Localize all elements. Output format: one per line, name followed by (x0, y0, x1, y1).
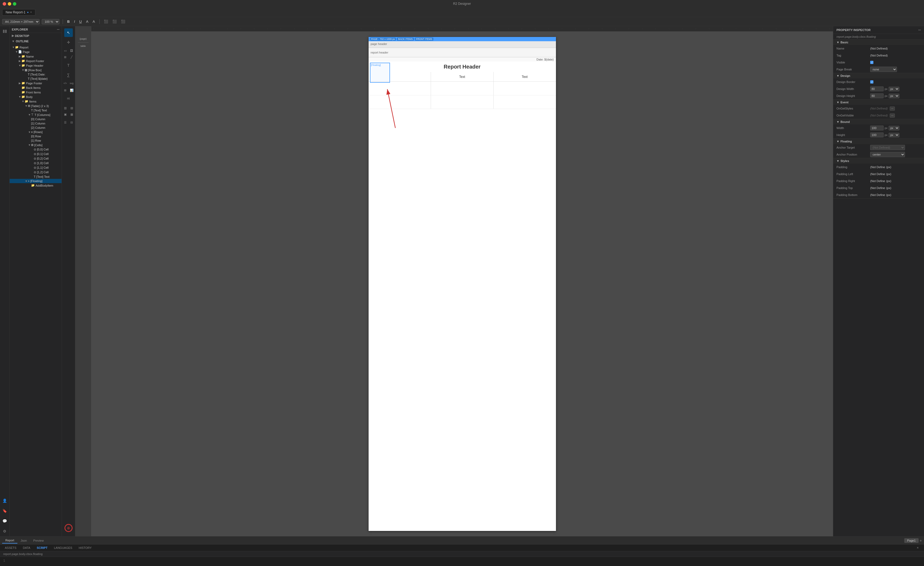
tree-item-report-footer[interactable]: ▶ 📁 Report Footer (10, 59, 62, 63)
zoom-select[interactable]: 100 % (42, 19, 59, 24)
html-tool[interactable]: </> (62, 80, 68, 86)
tree-item-cell-12[interactable]: ⊙ [1,2] Cell (10, 170, 62, 174)
design-border-checkbox[interactable]: ✓ (870, 80, 873, 84)
distribute-tool[interactable]: ▤ (69, 105, 75, 111)
add-tool[interactable]: ✛ (64, 38, 73, 47)
active-tab[interactable]: New Report-1 ● × (2, 9, 35, 15)
tree-item-col-0[interactable]: [0] Column (10, 117, 62, 121)
report-tab[interactable]: Report (2, 537, 17, 543)
table-cell-02[interactable]: Text (494, 72, 556, 81)
tree-item-floating[interactable]: ▼ + [Floating] (10, 179, 62, 183)
design-width-unit-select[interactable]: px (889, 87, 899, 91)
group-tool[interactable]: ▦ (69, 111, 75, 117)
underline-button[interactable]: U (78, 19, 83, 24)
hi-tool[interactable]: HI (64, 94, 73, 103)
property-inspector-menu[interactable]: ··· (918, 29, 921, 32)
image-tool[interactable]: 🖼 (69, 48, 75, 54)
tree-item-text-date[interactable]: ▶ T [Text] Date: (10, 72, 62, 77)
design-width-input[interactable] (870, 87, 884, 91)
settings-icon[interactable]: ⚙ (2, 528, 8, 534)
page-break-select[interactable]: none (870, 67, 897, 72)
tree-item-items[interactable]: ▼ 📁 Items (10, 99, 62, 104)
floating-section-header[interactable]: ▼ Floating (833, 139, 924, 144)
tree-item-row-1[interactable]: [1] Row (10, 138, 62, 143)
italic-button[interactable]: I (73, 19, 76, 24)
align-right-button[interactable]: ⬛ (120, 19, 126, 24)
tree-item-page[interactable]: ▼ 📄 Page (10, 50, 62, 54)
history-tab[interactable]: HISTORY (77, 546, 93, 550)
desktop-section[interactable]: ▶ DESKTOP (10, 33, 62, 39)
table-data-cell-02[interactable] (494, 82, 556, 95)
design-section-header[interactable]: ▼ Design (833, 73, 924, 78)
width-input[interactable] (870, 126, 884, 131)
tree-item-page-footer[interactable]: ▶ 📁 Page Footer (10, 81, 62, 86)
chat-icon[interactable]: 💬 (2, 518, 8, 524)
styles-section-header[interactable]: ▼ Styles (833, 158, 924, 164)
assets-tab[interactable]: ASSETS (3, 546, 18, 550)
list-tool[interactable]: ☰ (62, 119, 68, 125)
table-data-cell-11[interactable] (431, 95, 494, 109)
bookmark-icon[interactable]: 🔖 (2, 508, 8, 514)
table-data-cell-00[interactable] (369, 82, 431, 95)
script-tab[interactable]: SCRIPT (35, 546, 49, 550)
tree-item-text-text[interactable]: ▶ T [Text] Text (10, 108, 62, 113)
on-get-visible-btn[interactable]: ··· (890, 114, 894, 117)
tree-item-front-items[interactable]: ▶ 📁 Front Items (10, 90, 62, 95)
svg-tool[interactable]: svg (69, 80, 75, 86)
design-height-input[interactable] (870, 93, 884, 98)
tree-item-text-text2[interactable]: T [Text] Text (10, 174, 62, 179)
tree-item-page-header[interactable]: ▼ 📁 Page Header (10, 63, 62, 68)
align-center-button[interactable]: ⬛ (111, 19, 118, 24)
height-input[interactable] (870, 132, 884, 137)
tree-item-report[interactable]: ▼ 📁 Report (10, 45, 62, 50)
explorer-menu-icon[interactable]: ··· (57, 28, 59, 31)
tree-item-col-1[interactable]: [1] Column (10, 121, 62, 126)
chart-tool[interactable]: 📊 (69, 87, 75, 93)
add-page-btn[interactable]: + (920, 538, 922, 543)
tab-close-icon[interactable]: × (30, 11, 32, 14)
on-get-styles-btn[interactable]: ··· (890, 107, 894, 111)
tree-item-cell-02[interactable]: ⊙ [0,2] Cell (10, 156, 62, 161)
basic-section-header[interactable]: ▼ Basic (833, 40, 924, 45)
tree-item-columns[interactable]: ▼ ⊤ T [Columns] (10, 113, 62, 117)
tree-item-body[interactable]: ▼ 📁 Body (10, 95, 62, 99)
anchor-position-select[interactable]: center (870, 152, 905, 157)
visible-checkbox[interactable]: ✓ (870, 61, 873, 64)
languages-tab[interactable]: LANGUAGES (52, 546, 74, 550)
data-tab[interactable]: DATA (21, 546, 32, 550)
page1-tab[interactable]: Page1 (904, 538, 919, 543)
tree-item-col-2[interactable]: [2] Column (10, 126, 62, 130)
tree-item-rows[interactable]: ▼ ≡ [Rows] (10, 130, 62, 134)
cols-tool[interactable]: ⊟ (69, 119, 75, 125)
height-unit-select[interactable]: px (889, 133, 899, 137)
highlight-button[interactable]: A (92, 19, 96, 24)
preview-tab[interactable]: Preview (30, 538, 47, 543)
close-button[interactable] (3, 2, 6, 6)
tree-item-add-body-item[interactable]: 📁 AddBodyItem (10, 183, 62, 188)
border-tool[interactable]: ▣ (62, 111, 68, 117)
tree-item-cell-10[interactable]: ⊙ [1,0] Cell (10, 161, 62, 165)
tree-item-cell-11[interactable]: ⊙ [1,1] Cell (10, 165, 62, 170)
align-left-button[interactable]: ⬛ (103, 19, 109, 24)
canvas-background[interactable]: PAGE - 702 x 1009 px BACK ITEMS FRONT IT… (91, 26, 833, 536)
design-height-unit-select[interactable]: px (889, 94, 899, 98)
sum-tool[interactable]: ∑ (64, 71, 73, 79)
tree-item-row-0[interactable]: [0] Row (10, 134, 62, 138)
bound-section-header[interactable]: ▼ Bound (833, 119, 924, 125)
tree-item-cell-01[interactable]: ⊙ [0,1] Cell (10, 152, 62, 156)
table-data-cell-10[interactable] (369, 95, 431, 109)
script-panel-close[interactable]: × (915, 546, 921, 549)
tree-item-report-header[interactable]: ▶ 📁 Name (10, 54, 62, 59)
event-section-header[interactable]: ▼ Event (833, 100, 924, 105)
width-unit-select[interactable]: px (889, 126, 899, 131)
select-tool[interactable]: ↖ (64, 29, 73, 37)
floating-element[interactable]: [Floating] (370, 63, 390, 83)
tree-item-table[interactable]: ▼ ⊞ [Table] (2 x 3) (10, 104, 62, 108)
minimize-button[interactable] (8, 2, 11, 6)
table-cell-01[interactable]: Text (431, 72, 494, 81)
user-icon[interactable]: 👤 (2, 498, 8, 504)
page-size-select[interactable]: A4, 210mm × 297mm (2, 19, 40, 24)
table-data-cell-01[interactable] (431, 82, 494, 95)
json-tab[interactable]: Json (17, 538, 30, 543)
align-tool[interactable]: ▥ (62, 105, 68, 111)
